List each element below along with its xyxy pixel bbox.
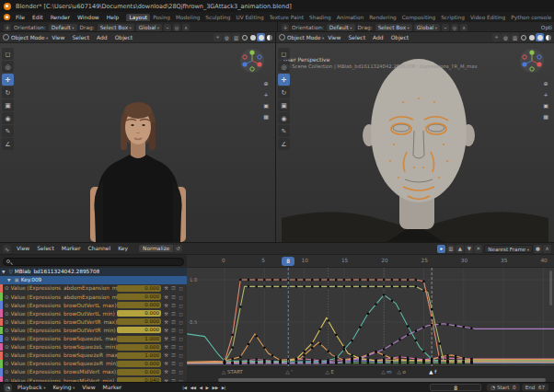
marker-START[interactable]: △ START <box>222 369 243 375</box>
next-keyframe-button[interactable]: ▶▶ <box>211 386 220 390</box>
mute-checkbox[interactable]: ☑ <box>170 344 177 351</box>
blender-menu-icon[interactable] <box>4 14 10 20</box>
viewport-menu-view[interactable]: View <box>48 34 68 40</box>
shading-rend-icon[interactable] <box>544 33 552 41</box>
channel-value-slider[interactable]: 0.000 <box>117 369 161 375</box>
overlays-icon[interactable]: ◍ <box>223 33 231 41</box>
lock-icon[interactable]: ◻ <box>178 310 184 317</box>
snap-icon[interactable]: ⌁ <box>442 24 449 31</box>
proportional-icon[interactable]: ◎ <box>173 24 180 31</box>
shading-mat-icon[interactable] <box>536 33 544 41</box>
shading-rend-icon[interactable] <box>265 33 273 41</box>
play-button[interactable]: ▶ <box>204 386 211 390</box>
transform-pivot-dropdown[interactable]: Global <box>414 24 440 31</box>
overlays-icon[interactable]: ◍ <box>502 33 510 41</box>
channel-row[interactable]: ⊙Value (Expressions_browSqueezeR_min)0.0… <box>0 360 187 368</box>
transform-tool[interactable]: ◉ <box>2 112 14 124</box>
workspace-tab-uv-editing[interactable]: UV Editing <box>233 14 266 21</box>
modifier-icon[interactable]: ⚒ <box>163 369 169 375</box>
workspace-tab-layout[interactable]: Layout <box>126 14 150 21</box>
start-frame-field[interactable]: ◔ Start 0 <box>487 384 519 391</box>
mute-checkbox[interactable]: ☑ <box>170 310 177 317</box>
viewport-right[interactable]: Object ModeViewSelectAddObject⌖◍▥ User P… <box>276 32 554 242</box>
ortho-grid-icon[interactable]: ▦ <box>261 111 271 121</box>
lock-icon[interactable]: ◻ <box>178 361 184 367</box>
mode-dropdown[interactable]: Object Mode <box>279 34 324 40</box>
pivot-point-icon[interactable]: ● <box>534 245 542 253</box>
workspace-tab-animation[interactable]: Animation <box>334 14 367 21</box>
shading-solid-icon[interactable] <box>527 33 536 41</box>
workspace-tab-posing[interactable]: Posing <box>150 14 173 21</box>
clock-editor-icon[interactable]: ◔ <box>4 384 12 392</box>
playhead-frame-badge[interactable]: 8 <box>282 257 294 266</box>
channel-row[interactable]: ⊙Value (Expressions_browSqueezeR_max)1.0… <box>0 352 187 360</box>
vertical-scrollbar[interactable] <box>549 271 552 306</box>
viewport-menu-select[interactable]: Select <box>68 34 93 40</box>
drag-dropdown[interactable]: Select Box <box>98 24 134 31</box>
normalize-options-icon[interactable]: ↺ <box>173 245 182 252</box>
channel-row[interactable]: ⊙Value (Expressions_browOutVertR_min)0.0… <box>0 327 187 335</box>
viewport-menu-object[interactable]: Object <box>111 34 137 40</box>
workspace-tab-video-editing[interactable]: Video Editing <box>467 14 508 21</box>
only-selected-filter-icon[interactable]: ▸ <box>437 245 445 253</box>
menu-file[interactable]: File <box>12 14 29 20</box>
transform-tool[interactable]: ◉ <box>278 112 290 124</box>
menu-window[interactable]: Window <box>74 14 103 20</box>
workspace-tab-shading[interactable]: Shading <box>306 14 334 21</box>
channel-value-slider[interactable]: 0.000 <box>117 361 161 367</box>
measure-tool[interactable]: ∠ <box>2 138 14 150</box>
viewport-menu-add[interactable]: Add <box>369 34 387 40</box>
jump-to-end-button[interactable]: ▶| <box>220 386 227 390</box>
modifier-icon[interactable]: ⚒ <box>163 318 169 325</box>
curve-view[interactable]: △ START△ '△ E△ m△ o▲ f 1.00.5 <box>187 268 554 383</box>
measure-tool[interactable]: ∠ <box>278 138 290 150</box>
active-tool-icon[interactable]: ✛ <box>4 24 11 31</box>
annotate-tool[interactable]: ✎ <box>278 125 290 137</box>
modifier-icon[interactable]: ⚒ <box>163 327 169 333</box>
channel-row[interactable]: ⊙Value (Expressions_browOutVertR_max)0.0… <box>0 318 187 327</box>
graph-menu-view[interactable]: View <box>13 245 33 251</box>
workspace-tab-texture-paint[interactable]: Texture Paint <box>267 14 306 21</box>
viewport-left[interactable]: Object ModeViewSelectAddObject⌖◍▥ ◻◎✛↻▣◉… <box>0 32 276 242</box>
mute-checkbox[interactable]: ☑ <box>170 302 177 308</box>
current-frame-field[interactable]: 8 <box>430 384 481 391</box>
select-box-tool[interactable]: ◻ <box>278 48 290 60</box>
scale-tool[interactable]: ▣ <box>278 99 290 111</box>
fcurve-canvas[interactable] <box>187 268 554 366</box>
pan-hand-icon[interactable]: + <box>541 89 550 98</box>
mute-checkbox[interactable]: ☑ <box>170 352 177 359</box>
channel-value-slider[interactable]: 1.000 <box>117 336 161 342</box>
viewport-menu-object[interactable]: Object <box>387 34 413 40</box>
shading-solid-icon[interactable] <box>248 33 257 41</box>
navigation-gizmo[interactable] <box>239 48 265 75</box>
channel-value-slider[interactable]: 0.000 <box>117 327 161 333</box>
marker-m[interactable]: △ m <box>381 369 391 375</box>
shading-wire-icon[interactable] <box>240 33 248 41</box>
falloff-icon[interactable]: ∧ <box>182 24 190 31</box>
channel-row[interactable]: ⊙Value (Expressions_browSqueezeL_min)0.0… <box>0 343 187 352</box>
ortho-grid-icon[interactable]: ▦ <box>541 111 550 121</box>
modifier-icon[interactable]: ⚒ <box>163 336 169 342</box>
mute-checkbox[interactable]: ☑ <box>170 336 177 342</box>
move-tool[interactable]: ✛ <box>2 74 14 86</box>
channel-row[interactable]: ⊙Value (Expressions_browsMidVert_max)0.0… <box>0 368 187 376</box>
filter-funnel-icon[interactable]: ▼ <box>465 245 473 253</box>
options-label[interactable]: Opti <box>541 25 552 30</box>
snap-mode-dropdown[interactable]: Nearest Frame <box>484 245 533 253</box>
mute-checkbox[interactable]: ☑ <box>170 369 177 375</box>
modifier-icon[interactable]: ⚒ <box>163 361 169 367</box>
channel-row[interactable]: ⊙Value (Expressions_browOutVertL_min)0.0… <box>0 309 187 317</box>
editor-type-icon[interactable]: ∿ <box>3 245 11 253</box>
mute-checkbox[interactable]: ☑ <box>170 285 177 292</box>
lock-icon[interactable]: ◻ <box>178 352 184 359</box>
rotate-tool[interactable]: ↻ <box>278 86 290 98</box>
xray-icon[interactable]: ▥ <box>232 33 240 41</box>
play-reverse-button[interactable]: ◀ <box>198 386 204 390</box>
zoom-icon[interactable]: ⊕ <box>261 78 271 87</box>
channel-row[interactable]: ⊙Value (Expressions_browOutVertL_max)0.0… <box>0 301 187 309</box>
cursor-tool[interactable]: ◎ <box>2 61 14 73</box>
modifier-icon[interactable]: ⚒ <box>163 310 169 317</box>
shading-mat-icon[interactable] <box>257 33 265 41</box>
timeline-menu-marker[interactable]: Marker <box>99 384 126 390</box>
marker-'[interactable]: △ ' <box>285 369 293 375</box>
